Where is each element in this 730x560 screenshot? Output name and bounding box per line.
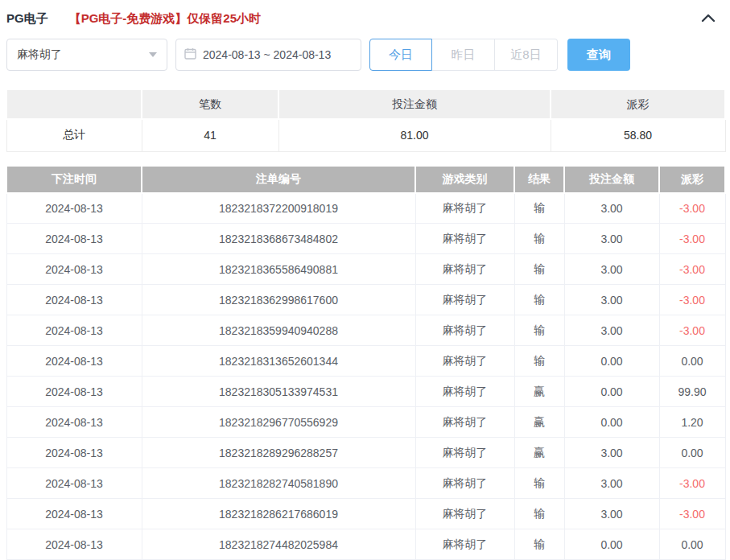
- records-col-header-2: 游戏类别: [415, 166, 514, 193]
- record-cell-1: 1823218289296288257: [142, 438, 415, 468]
- panel-header: PG电子 【PG电子-免费游戏】仅保留25小时: [0, 0, 730, 27]
- record-cell-0: 2024-08-13: [6, 468, 142, 499]
- record-cell-0: 2024-08-13: [6, 346, 142, 377]
- record-cell-2: 麻将胡了: [415, 529, 514, 560]
- table-row: 2024-08-131823218282740581890麻将胡了输3.00-3…: [6, 468, 725, 499]
- record-cell-2: 麻将胡了: [415, 499, 514, 529]
- records-table: 下注时间注单编号游戏类别结果投注金额派彩 2024-08-13182321837…: [6, 165, 726, 560]
- summary-col-header-2: 投注金额: [278, 89, 551, 119]
- record-cell-1: 1823218305133974531: [142, 377, 415, 407]
- record-cell-5: -3.00: [659, 285, 725, 315]
- record-cell-4: 3.00: [564, 193, 659, 224]
- chevron-up-icon: [701, 13, 716, 25]
- summary-value-2: 81.00: [278, 119, 551, 151]
- record-cell-4: 3.00: [564, 499, 659, 529]
- panel-notice: 【PG电子-免费游戏】仅保留25小时: [69, 11, 261, 27]
- quick-button-0[interactable]: 今日: [369, 39, 432, 71]
- record-cell-0: 2024-08-13: [6, 529, 142, 560]
- record-cell-5: -3.00: [659, 254, 725, 285]
- record-cell-2: 麻将胡了: [415, 254, 514, 285]
- record-cell-4: 3.00: [564, 315, 659, 346]
- record-cell-1: 1823218313652601344: [142, 346, 415, 377]
- date-range-value: 2024-08-13 ~ 2024-08-13: [203, 48, 331, 61]
- record-cell-5: -3.00: [659, 499, 725, 529]
- quick-button-2[interactable]: 近8日: [495, 39, 558, 71]
- record-cell-2: 麻将胡了: [415, 468, 514, 499]
- record-cell-3: 赢: [514, 407, 564, 438]
- record-cell-3: 输: [514, 468, 564, 499]
- record-cell-4: 0.00: [564, 377, 659, 407]
- record-cell-1: 1823218365586490881: [142, 254, 415, 285]
- record-cell-0: 2024-08-13: [6, 224, 142, 254]
- pg-records-panel: PG电子 【PG电子-免费游戏】仅保留25小时 麻将胡了 2024-08-13 …: [0, 0, 730, 560]
- game-select[interactable]: 麻将胡了: [6, 39, 167, 71]
- table-row: 2024-08-131823218313652601344麻将胡了输0.000.…: [6, 346, 725, 377]
- filter-bar: 麻将胡了 2024-08-13 ~ 2024-08-13 今日昨日近8日 查询: [6, 39, 730, 71]
- record-cell-0: 2024-08-13: [6, 254, 142, 285]
- table-row: 2024-08-131823218372200918019麻将胡了输3.00-3…: [6, 193, 725, 224]
- record-cell-3: 输: [514, 254, 564, 285]
- collapse-button[interactable]: [699, 10, 717, 27]
- record-cell-3: 赢: [514, 438, 564, 468]
- summary-col-header-0: [6, 89, 142, 119]
- record-cell-4: 3.00: [564, 468, 659, 499]
- record-cell-3: 输: [514, 224, 564, 254]
- records-col-header-1: 注单编号: [142, 166, 415, 193]
- record-cell-2: 麻将胡了: [415, 438, 514, 468]
- record-cell-1: 1823218296770556929: [142, 407, 415, 438]
- quick-button-group: 今日昨日近8日: [369, 39, 558, 71]
- summary-col-header-3: 派彩: [551, 89, 725, 119]
- record-cell-3: 输: [514, 499, 564, 529]
- records-col-header-3: 结果: [514, 166, 564, 193]
- query-button[interactable]: 查询: [567, 39, 630, 71]
- record-cell-2: 麻将胡了: [415, 346, 514, 377]
- summary-table: 笔数投注金额派彩 总计4181.0058.80: [6, 89, 726, 152]
- records-header-row: 下注时间注单编号游戏类别结果投注金额派彩: [6, 166, 725, 193]
- table-row: 2024-08-131823218362998617600麻将胡了输3.00-3…: [6, 285, 725, 315]
- record-cell-1: 1823218274482025984: [142, 529, 415, 560]
- record-cell-0: 2024-08-13: [6, 438, 142, 468]
- record-cell-0: 2024-08-13: [6, 285, 142, 315]
- record-cell-2: 麻将胡了: [415, 407, 514, 438]
- record-cell-1: 1823218372200918019: [142, 193, 415, 224]
- record-cell-3: 输: [514, 346, 564, 377]
- summary-row-label: 总计: [6, 119, 142, 151]
- record-cell-5: -3.00: [659, 315, 725, 346]
- record-cell-5: -3.00: [659, 224, 725, 254]
- quick-button-1[interactable]: 昨日: [432, 39, 495, 71]
- calendar-icon: [184, 47, 196, 63]
- date-range-input[interactable]: 2024-08-13 ~ 2024-08-13: [175, 39, 361, 71]
- record-cell-4: 3.00: [564, 438, 659, 468]
- record-cell-3: 输: [514, 529, 564, 560]
- table-row: 2024-08-131823218305133974531麻将胡了赢0.0099…: [6, 377, 725, 407]
- records-body: 2024-08-131823218372200918019麻将胡了输3.00-3…: [6, 193, 725, 560]
- chevron-down-icon: [149, 52, 157, 57]
- table-row: 2024-08-131823218359940940288麻将胡了输3.00-3…: [6, 315, 725, 346]
- record-cell-1: 1823218359940940288: [142, 315, 415, 346]
- record-cell-0: 2024-08-13: [6, 315, 142, 346]
- record-cell-5: -3.00: [659, 193, 725, 224]
- record-cell-5: -3.00: [659, 468, 725, 499]
- record-cell-2: 麻将胡了: [415, 315, 514, 346]
- record-cell-2: 麻将胡了: [415, 285, 514, 315]
- record-cell-3: 输: [514, 193, 564, 224]
- record-cell-0: 2024-08-13: [6, 499, 142, 529]
- summary-header-row: 笔数投注金额派彩: [6, 89, 725, 119]
- summary-value-3: 58.80: [551, 119, 725, 151]
- summary-total-row: 总计4181.0058.80: [6, 119, 725, 151]
- record-cell-3: 赢: [514, 377, 564, 407]
- records-col-header-5: 派彩: [659, 166, 725, 193]
- record-cell-4: 3.00: [564, 224, 659, 254]
- record-cell-0: 2024-08-13: [6, 377, 142, 407]
- record-cell-4: 3.00: [564, 254, 659, 285]
- records-col-header-4: 投注金额: [564, 166, 659, 193]
- summary-col-header-1: 笔数: [142, 89, 278, 119]
- record-cell-5: 0.00: [659, 346, 725, 377]
- record-cell-2: 麻将胡了: [415, 377, 514, 407]
- record-cell-0: 2024-08-13: [6, 193, 142, 224]
- record-cell-1: 1823218368673484802: [142, 224, 415, 254]
- table-row: 2024-08-131823218365586490881麻将胡了输3.00-3…: [6, 254, 725, 285]
- record-cell-4: 0.00: [564, 407, 659, 438]
- record-cell-5: 1.20: [659, 407, 725, 438]
- record-cell-1: 1823218362998617600: [142, 285, 415, 315]
